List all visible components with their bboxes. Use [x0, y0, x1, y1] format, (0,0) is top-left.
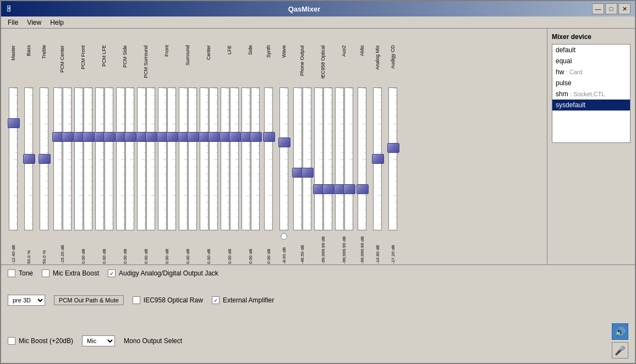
- mic-dropdown[interactable]: Mic Line: [82, 335, 115, 346]
- fader-handle[interactable]: [301, 168, 314, 178]
- fader-handle[interactable]: [322, 184, 335, 194]
- external-amp-checkbox[interactable]: [212, 296, 220, 304]
- menu-view[interactable]: View: [23, 18, 46, 27]
- fader-track[interactable]: [335, 87, 344, 230]
- fader-track[interactable]: [324, 87, 332, 230]
- device-item-default[interactable]: default: [552, 45, 630, 56]
- mic-button[interactable]: 🎤: [612, 342, 628, 359]
- faders-front: [158, 87, 176, 230]
- fader-track[interactable]: [84, 87, 92, 230]
- fader-handle[interactable]: [23, 154, 35, 164]
- fader-track[interactable]: [105, 87, 113, 230]
- pre3d-dropdown[interactable]: pre 3D post 3D: [8, 295, 45, 306]
- fader-handle[interactable]: [83, 132, 95, 142]
- fader-track[interactable]: [95, 87, 104, 230]
- close-button[interactable]: ✕: [618, 3, 630, 14]
- fader-handle[interactable]: [387, 143, 399, 153]
- menu-file[interactable]: File: [3, 18, 23, 27]
- minimize-button[interactable]: —: [592, 3, 604, 14]
- fader-track[interactable]: [200, 87, 209, 230]
- fader-handle[interactable]: [166, 132, 178, 142]
- fader-track[interactable]: [303, 87, 311, 230]
- channel-aux2: Aux2-99,999.99 dB: [333, 45, 354, 264]
- menu-help[interactable]: Help: [46, 18, 68, 27]
- fader-handle[interactable]: [103, 132, 116, 142]
- pcm-out-button[interactable]: PCM Out Path & Mute: [54, 295, 124, 305]
- fader-handle[interactable]: [250, 132, 262, 142]
- device-item-shm[interactable]: shm : Socket,CTL: [552, 89, 630, 100]
- channel-label-aux2: Aux2: [341, 45, 347, 86]
- fader-track[interactable]: [40, 87, 48, 230]
- fader-track[interactable]: [116, 87, 125, 230]
- fader-track[interactable]: [209, 87, 218, 230]
- fader-handle[interactable]: [187, 132, 199, 142]
- fader-track[interactable]: [137, 87, 146, 230]
- bottom-controls: Tone Mic Extra Boost Audigy Analog/Digit…: [1, 264, 635, 363]
- fader-track[interactable]: [188, 87, 197, 230]
- fader-handle[interactable]: [39, 154, 51, 164]
- audigy-checkbox[interactable]: [108, 269, 116, 277]
- mic-select-group: Mic Line: [82, 335, 115, 346]
- device-list[interactable]: defaultequalhw : Cardpulseshm : Socket,C…: [552, 44, 630, 143]
- channel-front: Front0.00 dB: [156, 45, 177, 264]
- fader-track[interactable]: [24, 87, 33, 230]
- fader-handle[interactable]: [263, 132, 275, 142]
- device-item-hw[interactable]: hw : Card: [552, 67, 630, 78]
- channel-bass: Bass50.0 %: [21, 45, 36, 264]
- channel-value-treble: 50.0 %: [42, 234, 47, 264]
- fader-handle[interactable]: [357, 184, 369, 194]
- fader-track[interactable]: [279, 87, 288, 230]
- mic-boost-group: Mic Boost (+20dB): [8, 337, 73, 345]
- fader-track[interactable]: [373, 87, 382, 230]
- fader-track[interactable]: [264, 87, 273, 230]
- mixer-area: Master-12.40 dBBass50.0 %Treble50.0 %PCM…: [1, 29, 547, 264]
- fader-track[interactable]: [221, 87, 229, 230]
- fader-track[interactable]: [63, 87, 72, 230]
- fader-handle[interactable]: [8, 118, 20, 128]
- main-content: Master-12.40 dBBass50.0 %Treble50.0 %PCM…: [1, 29, 635, 264]
- fader-track[interactable]: [358, 87, 366, 230]
- fader-handle[interactable]: [229, 132, 241, 142]
- speaker-button[interactable]: 🔊: [612, 323, 628, 340]
- device-item-pulse[interactable]: pulse: [552, 78, 630, 89]
- fader-track[interactable]: [179, 87, 188, 230]
- fader-handle[interactable]: [372, 154, 384, 164]
- right-icons: 🔊 🎤: [612, 323, 628, 359]
- channel-side: Side0.00 dB: [240, 45, 261, 264]
- channel-value-center: 0.00 dB: [206, 234, 211, 264]
- fader-track[interactable]: [125, 87, 134, 230]
- iec958-checkbox[interactable]: [133, 296, 140, 304]
- fader-track[interactable]: [74, 87, 83, 230]
- fader-handle[interactable]: [343, 184, 355, 194]
- fader-track[interactable]: [53, 87, 62, 230]
- faders-center: [200, 87, 218, 230]
- fader-handle[interactable]: [62, 132, 74, 142]
- tone-checkbox[interactable]: [8, 269, 15, 277]
- title-bar: 🎚 QasMixer — □ ✕: [1, 1, 635, 16]
- pre3d-group: pre 3D post 3D: [8, 295, 45, 306]
- fader-handle[interactable]: [208, 132, 220, 142]
- fader-track[interactable]: [251, 87, 260, 230]
- faders-lfe: [221, 87, 239, 230]
- fader-track[interactable]: [314, 87, 323, 230]
- fader-track[interactable]: [388, 87, 397, 230]
- fader-track[interactable]: [293, 87, 302, 230]
- mic-extra-boost-checkbox[interactable]: [42, 269, 50, 277]
- device-item-equal[interactable]: equal: [552, 56, 630, 67]
- device-item-sysdefault[interactable]: sysdefault: [552, 100, 630, 111]
- maximize-button[interactable]: □: [605, 3, 617, 14]
- channel-label-amic: AMic: [359, 45, 365, 86]
- fader-track[interactable]: [230, 87, 239, 230]
- mic-boost-checkbox[interactable]: [8, 337, 15, 345]
- faders-phone_output: [293, 87, 311, 230]
- fader-track[interactable]: [9, 87, 18, 230]
- fader-handle[interactable]: [145, 132, 157, 142]
- fader-track[interactable]: [146, 87, 155, 230]
- fader-track[interactable]: [344, 87, 353, 230]
- fader-handle[interactable]: [124, 132, 136, 142]
- fader-track[interactable]: [242, 87, 250, 230]
- fader-track[interactable]: [167, 87, 176, 230]
- mono-output-label: Mono Output Select: [124, 337, 182, 345]
- fader-handle[interactable]: [278, 137, 290, 147]
- fader-track[interactable]: [158, 87, 167, 230]
